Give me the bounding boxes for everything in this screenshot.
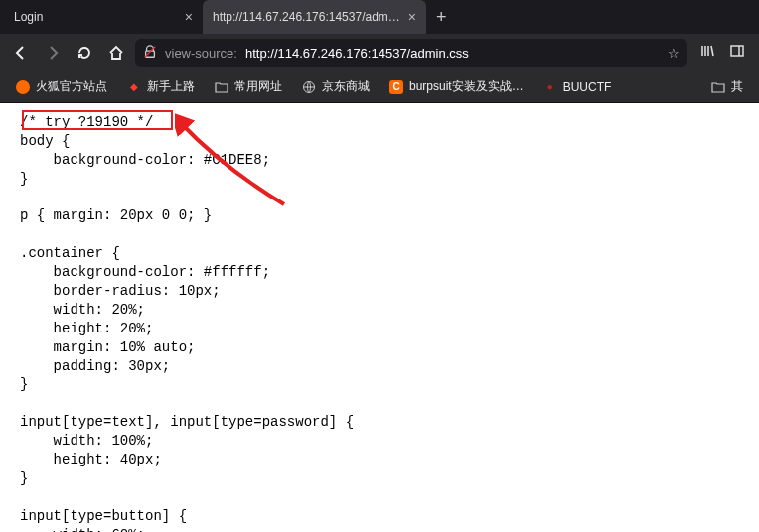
src-line: }	[20, 171, 28, 187]
bookmark-label: 火狐官方站点	[36, 78, 107, 95]
src-line: input[type=button] {	[20, 508, 187, 524]
src-line: width: 20%;	[20, 302, 145, 318]
src-line: /* try ?19190 */	[20, 114, 153, 130]
source-code[interactable]: /* try ?19190 */ body { background-color…	[20, 113, 759, 532]
src-line: p { margin: 20px 0 0; }	[20, 207, 212, 223]
tab-title: http://114.67.246.176:14537/adm…	[213, 10, 400, 24]
tab-bar: Login × http://114.67.246.176:14537/adm……	[0, 0, 759, 34]
home-button[interactable]	[103, 40, 129, 66]
fox-icon	[16, 80, 30, 94]
bookmark-item[interactable]: C burpsuit安装及实战…	[381, 75, 531, 98]
close-icon[interactable]: ×	[185, 9, 193, 25]
bookmark-label: burpsuit安装及实战…	[409, 78, 524, 95]
url-bar[interactable]: view-source:http://114.67.246.176:14537/…	[135, 39, 687, 66]
nav-bar: view-source:http://114.67.246.176:14537/…	[0, 34, 759, 71]
tab-viewsource[interactable]: http://114.67.246.176:14537/adm… ×	[203, 0, 426, 34]
src-line: }	[20, 470, 28, 486]
src-line: background-color: #ffffff;	[20, 264, 270, 280]
bookmark-item[interactable]: 京东商城	[294, 75, 378, 98]
bookmark-label: BUUCTF	[563, 80, 612, 94]
src-line: .container {	[20, 245, 120, 261]
bookmark-label: 常用网址	[234, 78, 282, 95]
bookmark-item[interactable]: ◆ 新手上路	[119, 75, 203, 98]
src-line: height: 20%;	[20, 321, 153, 336]
bookmark-star-icon[interactable]: ☆	[668, 46, 680, 61]
toolbar-right	[693, 43, 751, 63]
bookmark-label: 京东商城	[322, 78, 370, 95]
forward-button[interactable]	[40, 40, 66, 66]
src-line: input[type=text], input[type=password] {	[20, 414, 354, 430]
src-line: background-color: #C1DEE8;	[20, 152, 270, 168]
bookmark-item[interactable]: 火狐官方站点	[8, 75, 115, 98]
browser-chrome: Login × http://114.67.246.176:14537/adm……	[0, 0, 759, 103]
back-button[interactable]	[8, 40, 34, 66]
url-text: http://114.67.246.176:14537/admin.css	[245, 46, 469, 61]
library-icon[interactable]	[699, 43, 715, 63]
src-line: height: 40px;	[20, 452, 162, 467]
folder-icon	[711, 80, 725, 94]
lock-icon	[143, 45, 157, 62]
bookmark-label: 其	[731, 78, 743, 95]
bookmark-item[interactable]: ● BUUCTF	[535, 77, 620, 97]
src-line: width: 60%;	[20, 527, 145, 532]
page-content: /* try ?19190 */ body { background-color…	[0, 103, 759, 532]
globe-icon	[302, 80, 316, 94]
tab-login[interactable]: Login ×	[4, 0, 203, 34]
src-line: padding: 30px;	[20, 358, 170, 374]
src-line: width: 100%;	[20, 433, 153, 449]
folder-icon	[215, 80, 228, 94]
bookmark-item[interactable]: 常用网址	[207, 75, 290, 98]
src-line: }	[20, 376, 28, 392]
src-line: border-radius: 10px;	[20, 283, 221, 299]
tab-title: Login	[14, 10, 43, 24]
bookmark-label: 新手上路	[147, 78, 195, 95]
dot-icon: ●	[543, 80, 557, 94]
bookmarks-bar: 火狐官方站点 ◆ 新手上路 常用网址 京东商城 C burpsuit安装及实战……	[0, 71, 759, 103]
new-tab-button[interactable]: +	[426, 0, 457, 34]
src-line: body {	[20, 133, 70, 149]
src-line: margin: 10% auto;	[20, 339, 195, 355]
close-icon[interactable]: ×	[408, 9, 416, 25]
reload-button[interactable]	[72, 40, 97, 66]
diamond-icon: ◆	[127, 80, 141, 94]
url-scheme: view-source:	[165, 46, 237, 61]
letter-c-icon: C	[389, 80, 403, 94]
bookmark-overflow[interactable]: 其	[703, 75, 751, 98]
sidebar-icon[interactable]	[729, 43, 745, 63]
svg-rect-2	[731, 46, 743, 56]
